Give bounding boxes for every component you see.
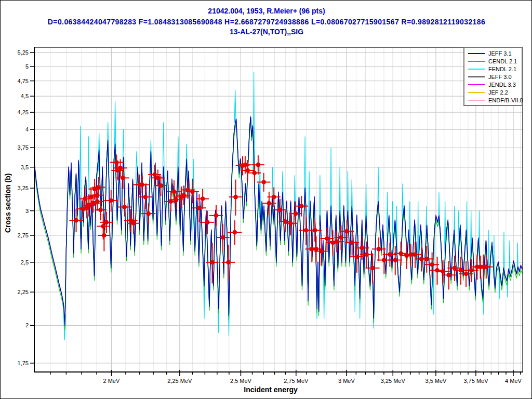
data-point-marker <box>288 221 293 225</box>
data-point-marker <box>430 262 434 267</box>
data-point-marker <box>325 236 329 241</box>
y-tick-label: 3,75 <box>18 144 29 151</box>
x-tick-label: 2,5 MeV <box>230 378 252 384</box>
data-point-marker <box>314 247 318 251</box>
x-tick-label: 2 MeV <box>103 378 119 384</box>
x-tick-label: 3,75 MeV <box>463 378 488 384</box>
data-point-marker <box>214 214 219 218</box>
data-point-marker <box>152 172 157 177</box>
y-tick-label: 3 <box>25 208 29 214</box>
legend-line-swatch <box>468 61 485 62</box>
data-point-marker <box>335 240 339 244</box>
data-point-marker <box>393 258 397 262</box>
legend-entry-label: FENDL 2.1 <box>488 66 516 72</box>
data-point-marker <box>143 195 148 200</box>
data-point-marker <box>370 266 375 271</box>
data-point-marker <box>484 264 488 269</box>
data-point-marker <box>210 260 215 265</box>
y-tick-label: 4 <box>25 126 29 132</box>
legend-line-swatch <box>468 69 485 70</box>
data-point-marker <box>98 208 103 212</box>
data-point-marker <box>360 246 364 250</box>
screenshot-root: 21042.004, 1953, R.Meier+ (96 pts) D=0.0… <box>0 0 532 399</box>
data-point-marker <box>104 220 109 225</box>
legend-box: JEFF 3.1CENDL 2.1FENDL 2.1JEFF 3.0JENDL … <box>463 47 523 106</box>
y-tick-label: 5 <box>25 63 29 70</box>
data-point-marker <box>146 211 151 216</box>
data-point-marker <box>158 183 163 188</box>
series-line-CENDL-2.1 <box>35 121 523 329</box>
data-point-marker <box>459 268 463 273</box>
data-point-marker <box>74 218 78 223</box>
data-point-marker <box>232 230 237 235</box>
legend-entry: JEFF 3.1 <box>464 49 522 57</box>
data-point-marker <box>377 247 381 251</box>
data-point-marker <box>424 257 429 261</box>
data-point-marker <box>447 273 451 277</box>
y-tick-label: 2,5 <box>21 259 29 265</box>
data-point-marker <box>252 170 257 175</box>
data-point-marker <box>226 260 231 265</box>
data-point-marker <box>313 228 317 233</box>
y-tick-label: 4,75 <box>18 78 29 84</box>
data-point-marker <box>350 241 354 245</box>
data-point-marker <box>118 166 123 170</box>
data-point-marker <box>464 272 469 276</box>
legend-entry: FENDL 2.1 <box>464 65 522 73</box>
legend-entry: JEF 2.2 <box>464 88 522 96</box>
axes: 2 MeV2,25 MeV2,5 MeV2,75 MeV3 MeV3,25 Me… <box>18 47 523 384</box>
legend-entry: ENDF/B-VII.0 <box>464 96 522 104</box>
data-point-marker <box>245 168 250 173</box>
y-tick-label: 3,5 <box>21 164 29 170</box>
data-point-marker <box>181 193 186 197</box>
data-point-marker <box>101 224 105 229</box>
legend-entry: JENDL 3.3 <box>464 81 522 88</box>
legend-entry-label: JEF 2.2 <box>488 89 508 96</box>
legend-line-swatch <box>468 84 485 85</box>
plot-canvas: 2 MeV2,25 MeV2,5 MeV2,75 MeV3 MeV3,25 Me… <box>1 1 532 399</box>
y-tick-label: 3,25 <box>18 185 29 191</box>
data-point-marker <box>304 228 309 233</box>
y-tick-label: 2 <box>25 322 29 328</box>
y-tick-label: 4,5 <box>21 93 29 99</box>
data-point-marker <box>95 200 100 204</box>
y-tick-label: 2,25 <box>18 289 29 295</box>
data-point-marker <box>156 176 161 180</box>
legend-entry-label: CENDL 2.1 <box>488 58 517 64</box>
data-point-marker <box>398 251 403 256</box>
data-point-marker <box>469 268 474 273</box>
legend-entry-label: ENDF/B-VII.0 <box>488 97 523 103</box>
x-tick-label: 4 MeV <box>505 378 522 384</box>
data-point-marker <box>121 176 125 180</box>
data-point-marker <box>140 182 144 187</box>
legend-entry: JEFF 3.0 <box>464 73 522 81</box>
x-tick-label: 2,25 MeV <box>167 378 192 384</box>
x-tick-label: 3,25 MeV <box>381 378 406 384</box>
legend-line-swatch <box>468 100 485 101</box>
legend-line-swatch <box>468 76 485 77</box>
data-point-marker <box>243 163 248 167</box>
legend-line-swatch <box>468 53 485 54</box>
data-point-marker <box>81 207 85 211</box>
data-point-marker <box>344 229 349 234</box>
legend-entry-label: JENDL 3.3 <box>488 82 516 88</box>
y-tick-label: 2,75 <box>18 232 29 238</box>
y-axis-title: Cross section (b) <box>4 149 12 258</box>
data-point-marker <box>102 233 107 238</box>
data-point-marker <box>441 269 445 274</box>
data-point-marker <box>388 252 392 257</box>
x-tick-label: 2,75 MeV <box>284 378 309 384</box>
x-tick-label: 3,5 MeV <box>425 378 447 384</box>
data-point-marker <box>272 195 276 200</box>
y-tick-label: 4,25 <box>18 109 29 115</box>
data-point-marker <box>131 221 136 225</box>
data-point-marker <box>109 198 114 203</box>
data-point-marker <box>96 185 101 190</box>
data-point-marker <box>256 163 261 167</box>
data-point-marker <box>364 252 369 257</box>
data-point-marker <box>205 220 210 225</box>
data-point-marker <box>413 252 418 257</box>
y-tick-label: 1,75 <box>18 360 29 366</box>
data-point-marker <box>382 258 387 262</box>
data-point-marker <box>294 211 298 216</box>
